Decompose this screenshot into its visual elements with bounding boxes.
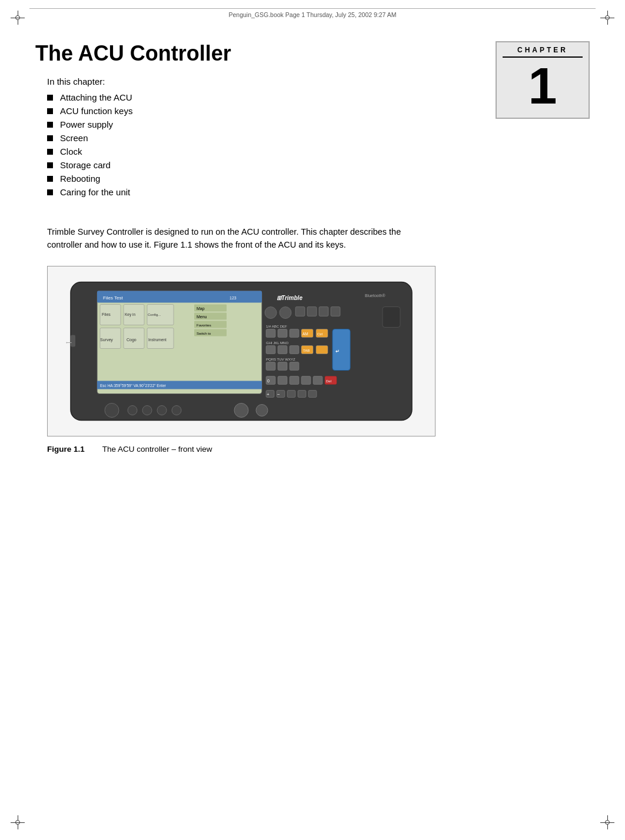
svg-rect-46 bbox=[278, 345, 287, 354]
svg-text:Menu: Menu bbox=[197, 314, 207, 318]
chapter-badge: CHAPTER 1 bbox=[496, 41, 590, 119]
svg-rect-52 bbox=[266, 362, 275, 370]
svg-rect-38 bbox=[278, 329, 287, 337]
svg-rect-69 bbox=[287, 390, 295, 397]
svg-rect-37 bbox=[266, 329, 275, 337]
svg-rect-53 bbox=[278, 362, 287, 370]
page-meta-bar: Penguin_GSG.book Page 1 Thursday, July 2… bbox=[29, 8, 596, 18]
toc-bullet bbox=[47, 135, 53, 141]
chapter-word: CHAPTER bbox=[503, 46, 583, 58]
crosshair-top-left bbox=[11, 11, 25, 25]
svg-rect-59 bbox=[278, 376, 287, 384]
figure-caption-text: The ACU controller – front view bbox=[102, 445, 212, 454]
toc-item-label: Power supply bbox=[60, 119, 113, 129]
svg-text:⟵: ⟵ bbox=[66, 340, 72, 344]
toc-list: Attaching the ACUACU function keysPower … bbox=[47, 92, 478, 197]
svg-text:Files  Test: Files Test bbox=[103, 295, 123, 300]
svg-text:Ctrl: Ctrl bbox=[317, 332, 323, 335]
chapter-title-area: The ACU Controller In this chapter: Atta… bbox=[35, 41, 478, 214]
svg-text:Map: Map bbox=[197, 306, 205, 311]
svg-text:TAB: TAB bbox=[303, 348, 310, 352]
toc-item-label: Clock bbox=[60, 146, 82, 156]
svg-rect-1 bbox=[97, 291, 262, 394]
svg-text:Files: Files bbox=[102, 312, 111, 316]
toc-item-label: Rebooting bbox=[60, 174, 100, 184]
svg-text:AM: AM bbox=[302, 331, 308, 335]
svg-point-75 bbox=[157, 405, 167, 415]
toc-item: Caring for the unit bbox=[47, 187, 478, 197]
toc-item: Rebooting bbox=[47, 174, 478, 184]
svg-text:Key in: Key in bbox=[125, 312, 135, 316]
svg-rect-39 bbox=[290, 329, 299, 337]
svg-text:Instrument: Instrument bbox=[148, 337, 167, 341]
svg-rect-60 bbox=[290, 376, 299, 384]
acu-device-svg: Files Test 123 Files Key in Config... Ma… bbox=[65, 275, 418, 428]
svg-point-72 bbox=[105, 403, 119, 417]
svg-point-74 bbox=[142, 405, 152, 415]
svg-point-78 bbox=[256, 404, 268, 416]
svg-text:+: + bbox=[267, 391, 270, 396]
svg-point-29 bbox=[265, 306, 277, 318]
svg-rect-33 bbox=[319, 306, 328, 316]
toc-item: ACU function keys bbox=[47, 106, 478, 116]
svg-text:Favorites: Favorites bbox=[197, 323, 211, 326]
svg-point-73 bbox=[128, 405, 137, 415]
crosshair-bottom-left bbox=[11, 815, 25, 829]
svg-text:⊞Trimble: ⊞Trimble bbox=[277, 294, 302, 301]
svg-text:↵: ↵ bbox=[335, 348, 340, 354]
toc-bullet bbox=[47, 108, 53, 114]
toc-bullet bbox=[47, 189, 53, 195]
svg-text:Bluetooth®: Bluetooth® bbox=[365, 293, 386, 297]
figure-label: Figure 1.1 bbox=[47, 445, 85, 454]
svg-text:Esc  HA:359°59'59"  VA:90°23'2: Esc HA:359°59'59" VA:90°23'22" Enter bbox=[100, 383, 167, 387]
toc-item-label: Caring for the unit bbox=[60, 187, 130, 197]
svg-rect-47 bbox=[290, 345, 299, 354]
svg-text:Survey: Survey bbox=[100, 337, 113, 342]
toc-item: Clock bbox=[47, 146, 478, 156]
svg-point-77 bbox=[234, 403, 248, 417]
chapter-title: The ACU Controller bbox=[35, 41, 478, 66]
svg-rect-71 bbox=[308, 390, 317, 397]
device-image-container: Files Test 123 Files Key in Config... Ma… bbox=[47, 266, 435, 436]
crosshair-bottom-right bbox=[600, 815, 614, 829]
svg-rect-35 bbox=[383, 306, 400, 327]
chapter-number: 1 bbox=[528, 60, 557, 112]
svg-rect-70 bbox=[298, 390, 306, 397]
toc-bullet bbox=[47, 95, 53, 101]
svg-text:Cogo: Cogo bbox=[127, 337, 137, 342]
svg-text:Config...: Config... bbox=[148, 312, 161, 316]
crosshair-top-right bbox=[600, 11, 614, 25]
toc-item-label: Storage card bbox=[60, 160, 111, 170]
toc-item: Screen bbox=[47, 133, 478, 143]
chapter-header: The ACU Controller In this chapter: Atta… bbox=[35, 41, 590, 214]
toc-item: Power supply bbox=[47, 119, 478, 129]
svg-text:GHI  JKL  MNO: GHI JKL MNO bbox=[266, 341, 288, 344]
page: Penguin_GSG.book Page 1 Thursday, July 2… bbox=[0, 0, 625, 840]
in-this-chapter-label: In this chapter: bbox=[47, 76, 478, 86]
svg-rect-32 bbox=[307, 306, 317, 316]
toc-item-label: Attaching the ACU bbox=[60, 92, 132, 102]
toc-item: Storage card bbox=[47, 160, 478, 170]
toc-bullet bbox=[47, 162, 53, 168]
toc-bullet bbox=[47, 122, 53, 128]
svg-rect-31 bbox=[295, 306, 305, 316]
svg-rect-45 bbox=[266, 345, 275, 354]
svg-text:Del: Del bbox=[326, 379, 331, 382]
svg-text:−: − bbox=[277, 391, 280, 396]
toc-bullet bbox=[47, 176, 53, 182]
main-content: The ACU Controller In this chapter: Atta… bbox=[35, 41, 590, 805]
toc-item-label: ACU function keys bbox=[60, 106, 132, 116]
svg-text:Switch to: Switch to bbox=[197, 331, 211, 335]
svg-text:123: 123 bbox=[230, 295, 237, 299]
svg-rect-34 bbox=[331, 306, 340, 316]
svg-rect-62 bbox=[313, 376, 323, 384]
svg-rect-50 bbox=[316, 345, 328, 354]
svg-rect-54 bbox=[290, 362, 299, 370]
toc-bullet bbox=[47, 149, 53, 155]
svg-point-76 bbox=[172, 405, 181, 415]
svg-point-30 bbox=[280, 306, 291, 318]
figure-caption: Figure 1.1 The ACU controller – front vi… bbox=[47, 445, 590, 454]
svg-rect-61 bbox=[301, 376, 311, 384]
body-paragraph: Trimble Survey Controller is designed to… bbox=[47, 225, 412, 252]
toc-item-label: Screen bbox=[60, 133, 88, 143]
